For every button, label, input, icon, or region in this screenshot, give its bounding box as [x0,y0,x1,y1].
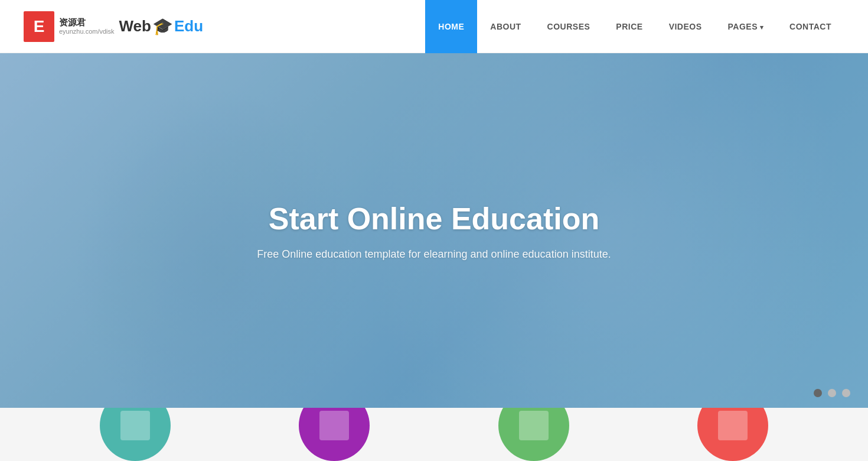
nav-link-price[interactable]: PRICE [603,0,655,53]
nav-item-contact[interactable]: CONTACT [776,0,844,53]
nav-link-pages[interactable]: PAGES [715,0,777,53]
logo-url: eyunzhu.com/vdisk [59,28,115,35]
nav-link-about[interactable]: ABOUT [477,0,534,53]
nav-link-home[interactable]: HOME [425,0,477,53]
graduation-hat-icon: 🎓 [152,17,173,36]
card-icon-green [519,411,549,440]
hero-title: Start Online Education [257,201,611,236]
slider-dot-2[interactable] [828,389,836,397]
logo-webedu: Web 🎓 Edu [119,17,204,36]
nav-item-home[interactable]: HOME [425,0,477,53]
hero-subtitle: Free Online education template for elear… [257,248,611,261]
logo-edu-text: Edu [174,17,203,35]
nav-link-courses[interactable]: COURSES [534,0,603,53]
navbar: E 资源君 eyunzhu.com/vdisk Web 🎓 Edu HOME A… [0,0,868,53]
slider-dots [814,389,850,397]
hero-content: Start Online Education Free Online educa… [257,201,611,261]
nav-item-pages[interactable]: PAGES [715,0,777,53]
nav-item-videos[interactable]: VIDEOS [656,0,715,53]
card-icon-purple [319,411,349,440]
logo-text-block: 资源君 eyunzhu.com/vdisk [59,17,115,35]
logo-chinese: 资源君 [59,17,115,28]
nav-link-videos[interactable]: VIDEOS [656,0,715,53]
logo-letter: E [24,11,54,42]
card-icon-red [718,411,748,440]
nav-link-contact[interactable]: CONTACT [776,0,844,53]
hero-section: Start Online Education Free Online educa… [0,53,868,408]
nav-item-courses[interactable]: COURSES [534,0,603,53]
card-icon-teal [120,411,150,440]
logo[interactable]: E 资源君 eyunzhu.com/vdisk Web 🎓 Edu [24,11,203,42]
slider-dot-1[interactable] [814,389,822,397]
slider-dot-3[interactable] [842,389,850,397]
nav-menu: HOME ABOUT COURSES PRICE VIDEOS PAGES CO… [425,0,844,53]
cards-preview [0,408,868,461]
nav-item-price[interactable]: PRICE [603,0,655,53]
logo-web-text: Web [119,17,151,35]
nav-item-about[interactable]: ABOUT [477,0,534,53]
